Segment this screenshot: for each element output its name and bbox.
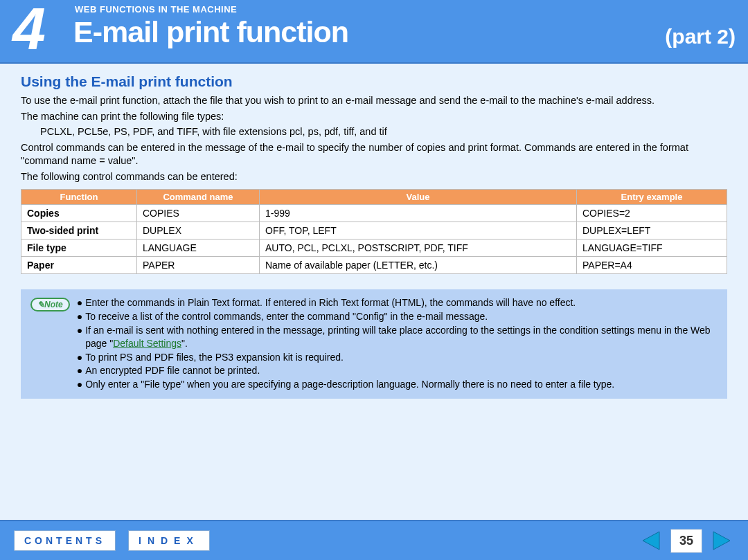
prev-page-button[interactable] (641, 530, 662, 551)
col-command-name: Command name (137, 190, 260, 205)
commands-table: Function Command name Value Entry exampl… (21, 189, 727, 274)
list-item: ●Only enter a "File type" when you are s… (77, 378, 718, 392)
col-value: Value (260, 190, 577, 205)
cell-value: 1-999 (260, 205, 577, 222)
cell-command: COPIES (137, 205, 260, 222)
cell-value: AUTO, PCL, PCLXL, POSTSCRIPT, PDF, TIFF (260, 240, 577, 257)
default-settings-link[interactable]: Default Settings (113, 338, 181, 349)
col-entry-example: Entry example (577, 190, 727, 205)
body-paragraph: PCLXL, PCL5e, PS, PDF, and TIFF, with fi… (21, 125, 727, 139)
content-area: Using the E-mail print function To use t… (0, 64, 748, 406)
page-number: 35 (670, 529, 702, 553)
col-function: Function (21, 190, 137, 205)
table-header-row: Function Command name Value Entry exampl… (21, 190, 727, 205)
footer-bar: CONTENTS INDEX 35 (0, 520, 748, 560)
cell-value: OFF, TOP, LEFT (260, 222, 577, 240)
cell-function: File type (21, 240, 137, 257)
cell-example: COPIES=2 (577, 205, 727, 222)
cell-function: Paper (21, 257, 137, 274)
list-item: ●If an e-mail is sent with nothing enter… (77, 324, 718, 351)
cell-function: Copies (21, 205, 137, 222)
note-icon: ✎Note (30, 298, 70, 311)
cell-command: LANGUAGE (137, 240, 260, 257)
svg-marker-1 (713, 532, 730, 550)
list-item: ●An encrypted PDF file cannot be printed… (77, 364, 718, 378)
svg-marker-0 (643, 532, 659, 550)
part-label: (part 2) (665, 25, 736, 48)
table-row: File type LANGUAGE AUTO, PCL, PCLXL, POS… (21, 240, 727, 257)
chapter-label: WEB FUNCTIONS IN THE MACHINE (75, 4, 237, 15)
body-paragraph: The following control commands can be en… (21, 170, 727, 184)
body-paragraph: The machine can print the following file… (21, 110, 727, 124)
table-row: Copies COPIES 1-999 COPIES=2 (21, 205, 727, 222)
cell-command: DUPLEX (137, 222, 260, 240)
contents-button[interactable]: CONTENTS (14, 530, 116, 551)
cell-command: PAPER (137, 257, 260, 274)
index-button[interactable]: INDEX (128, 530, 210, 551)
triangle-right-icon (711, 530, 731, 551)
cell-value: Name of available paper (LETTER, etc.) (260, 257, 577, 274)
body-paragraph: To use the e-mail print function, attach… (21, 94, 727, 108)
chapter-header: 4 WEB FUNCTIONS IN THE MACHINE E-mail pr… (0, 0, 748, 64)
list-item: ●To receive a list of the control comman… (77, 310, 718, 324)
section-title: Using the E-mail print function (21, 73, 727, 90)
chapter-number: 4 (12, 0, 46, 58)
cell-function: Two-sided print (21, 222, 137, 240)
next-page-button[interactable] (711, 530, 731, 551)
body-paragraph: Control commands can be entered in the m… (21, 141, 727, 168)
triangle-left-icon (641, 530, 662, 551)
table-row: Two-sided print DUPLEX OFF, TOP, LEFT DU… (21, 222, 727, 240)
cell-example: DUPLEX=LEFT (577, 222, 727, 240)
list-item: ●To print PS and PDF files, the PS3 expa… (77, 351, 718, 365)
cell-example: LANGUAGE=TIFF (577, 240, 727, 257)
list-item: ●Enter the commands in Plain Text format… (77, 296, 718, 310)
note-box: ✎Note ●Enter the commands in Plain Text … (21, 289, 727, 398)
note-list: ●Enter the commands in Plain Text format… (77, 296, 718, 391)
table-row: Paper PAPER Name of available paper (LET… (21, 257, 727, 274)
cell-example: PAPER=A4 (577, 257, 727, 274)
page-title: E-mail print function (73, 15, 348, 49)
